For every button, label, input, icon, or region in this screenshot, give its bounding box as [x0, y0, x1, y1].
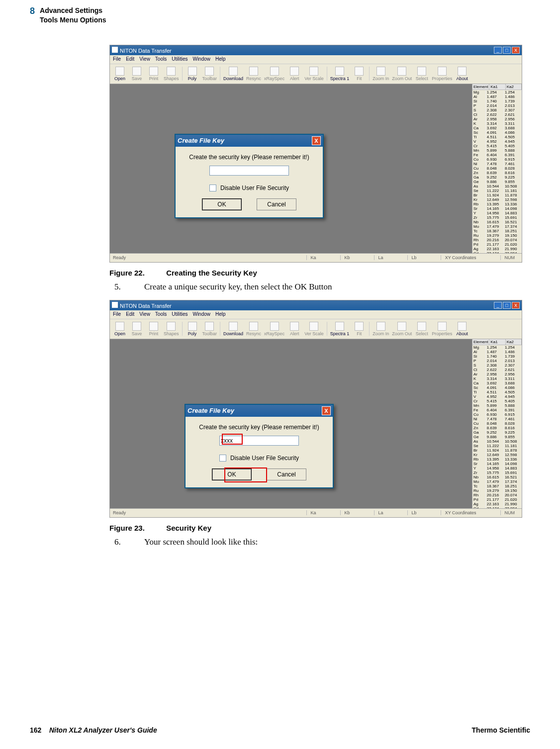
toolbar-item-shapes[interactable]: Shapes — [164, 67, 179, 81]
toolbar-item-toolbar[interactable]: Toolbar — [202, 67, 217, 81]
toolbar-item-print[interactable]: Print — [147, 67, 161, 81]
menu-item-tools[interactable]: Tools — [155, 311, 167, 318]
table-row[interactable]: Ag22.16321.990 — [472, 247, 522, 251]
toolbar-item-poly[interactable]: Poly — [186, 67, 199, 81]
element-panel[interactable]: ElementKa1Ka2Mg1.2541.254Al1.4871.486Si1… — [472, 339, 522, 508]
dialog-titlebar[interactable]: Create File Key X — [186, 405, 333, 417]
table-row[interactable]: Rh20.21620.074 — [472, 493, 522, 497]
column-header[interactable]: Ka2 — [506, 339, 522, 345]
table-row[interactable]: Ar2.9582.956 — [472, 117, 522, 121]
toolbar-item-properties[interactable]: Properties — [432, 322, 452, 336]
table-row[interactable]: Si1.7401.739 — [472, 99, 522, 103]
toolbar-item-zoom-out[interactable]: Zoom Out — [392, 67, 412, 81]
table-row[interactable]: Ca3.6923.688 — [472, 381, 522, 385]
table-row[interactable]: Zr15.77515.691 — [472, 215, 522, 220]
table-row[interactable]: Sr14.16514.098 — [472, 206, 522, 211]
table-row[interactable]: Ni7.4787.461 — [472, 417, 522, 421]
table-row[interactable]: Al1.4871.486 — [472, 350, 522, 354]
table-row[interactable]: Co6.9306.915 — [472, 157, 522, 162]
table-row[interactable]: Cl2.6222.621 — [472, 112, 522, 117]
table-row[interactable]: Rb13.39513.336 — [472, 202, 522, 206]
table-row[interactable]: S2.3082.307 — [472, 108, 522, 112]
toolbar-item-save[interactable]: Save — [130, 67, 144, 81]
column-header[interactable]: Ka1 — [489, 84, 505, 90]
cancel-button[interactable]: Cancel — [267, 468, 306, 480]
column-header[interactable]: Element — [472, 84, 489, 90]
table-row[interactable]: Zn8.6398.616 — [472, 426, 522, 430]
table-row[interactable]: Pd21.17721.020 — [472, 242, 522, 247]
table-row[interactable]: K3.3143.311 — [472, 121, 522, 126]
toolbar-item-open[interactable]: Open — [113, 67, 127, 81]
table-row[interactable]: Kr12.64912.598 — [472, 197, 522, 202]
toolbar-item-zoom-in[interactable]: Zoom In — [373, 322, 389, 336]
table-row[interactable]: Cr5.4155.405 — [472, 144, 522, 148]
table-row[interactable]: Ga9.2529.225 — [472, 175, 522, 180]
table-row[interactable]: Ga9.2529.225 — [472, 430, 522, 435]
maximize-button[interactable]: □ — [503, 47, 511, 54]
disable-security-checkbox[interactable] — [219, 455, 226, 462]
table-row[interactable]: V4.9524.945 — [472, 394, 522, 399]
menu-item-utilities[interactable]: Utilities — [172, 311, 187, 318]
table-row[interactable]: Ru19.27919.150 — [472, 488, 522, 493]
toolbar-item-xrayspec[interactable]: xRaySpec — [264, 322, 284, 336]
table-row[interactable]: Zr15.77515.691 — [472, 470, 522, 475]
table-row[interactable]: Cu8.0488.028 — [472, 166, 522, 171]
table-row[interactable]: P2.0142.013 — [472, 359, 522, 363]
table-row[interactable]: Cr5.4155.405 — [472, 399, 522, 403]
ok-button[interactable]: OK — [202, 198, 242, 210]
table-row[interactable]: Mg1.2541.254 — [472, 345, 522, 350]
window-close-button[interactable]: X — [512, 302, 520, 309]
table-row[interactable]: Si1.7401.739 — [472, 354, 522, 359]
ok-button[interactable]: OK — [212, 468, 252, 480]
table-row[interactable]: S2.3082.307 — [472, 363, 522, 368]
menu-item-window[interactable]: Window — [192, 56, 210, 63]
table-row[interactable]: Tc18.36718.251 — [472, 229, 522, 233]
element-panel[interactable]: ElementKa1Ka2Mg1.2541.254Al1.4871.486Si1… — [472, 84, 522, 253]
toolbar-item-print[interactable]: Print — [147, 322, 161, 336]
table-row[interactable]: Kr12.64912.598 — [472, 453, 522, 457]
toolbar-item-about[interactable]: About — [455, 67, 469, 81]
toolbar-item-xrayspec[interactable]: xRaySpec — [264, 67, 284, 81]
table-row[interactable]: Y14.95814.883 — [472, 211, 522, 215]
table-row[interactable]: V4.9524.945 — [472, 139, 522, 144]
table-row[interactable]: Sc4.0914.086 — [472, 130, 522, 135]
cancel-button[interactable]: Cancel — [257, 198, 296, 210]
table-row[interactable]: Ge9.8869.855 — [472, 435, 522, 439]
menu-item-file[interactable]: File — [113, 56, 121, 63]
column-header[interactable]: Ka1 — [489, 339, 505, 345]
table-row[interactable]: Rb13.39513.336 — [472, 457, 522, 462]
minimize-button[interactable]: _ — [494, 47, 502, 54]
table-row[interactable]: Mg1.2541.254 — [472, 90, 522, 94]
menu-item-view[interactable]: View — [139, 56, 150, 63]
menu-item-help[interactable]: Help — [215, 56, 226, 63]
table-row[interactable]: Ge9.8869.855 — [472, 180, 522, 184]
table-row[interactable]: Mn5.8995.888 — [472, 403, 522, 408]
table-row[interactable]: As10.54410.508 — [472, 439, 522, 444]
toolbar-item-resync[interactable]: Resync — [246, 67, 261, 81]
column-header[interactable]: Element — [472, 339, 489, 345]
table-row[interactable]: Ru19.27919.150 — [472, 233, 522, 238]
table-row[interactable]: Al1.4871.486 — [472, 94, 522, 99]
table-row[interactable]: Nb16.61516.521 — [472, 220, 522, 224]
toolbar-item-zoom-in[interactable]: Zoom In — [373, 67, 389, 81]
toolbar-item-spectra-1[interactable]: Spectra 1 — [330, 67, 350, 81]
table-row[interactable]: Br11.92411.878 — [472, 448, 522, 453]
menu-item-view[interactable]: View — [139, 311, 150, 318]
table-row[interactable]: Co6.9306.915 — [472, 412, 522, 417]
table-row[interactable]: Cu8.0488.028 — [472, 421, 522, 426]
table-row[interactable]: Fe6.4046.391 — [472, 153, 522, 157]
maximize-button[interactable]: □ — [503, 302, 511, 309]
menu-item-edit[interactable]: Edit — [126, 311, 134, 318]
toolbar-item-properties[interactable]: Properties — [432, 67, 452, 81]
toolbar-item-about[interactable]: About — [455, 322, 469, 336]
dialog-close-button[interactable]: X — [312, 136, 321, 145]
toolbar-item-select[interactable]: Select — [415, 322, 429, 336]
toolbar-item-spectra-1[interactable]: Spectra 1 — [330, 322, 350, 336]
table-row[interactable]: Mo17.47917.374 — [472, 224, 522, 229]
toolbar-item-open[interactable]: Open — [113, 322, 127, 336]
table-row[interactable]: Se11.22211.181 — [472, 444, 522, 448]
menu-item-utilities[interactable]: Utilities — [172, 56, 187, 63]
toolbar-item-save[interactable]: Save — [130, 322, 144, 336]
toolbar-item-zoom-out[interactable]: Zoom Out — [392, 322, 412, 336]
menu-item-window[interactable]: Window — [192, 311, 210, 318]
